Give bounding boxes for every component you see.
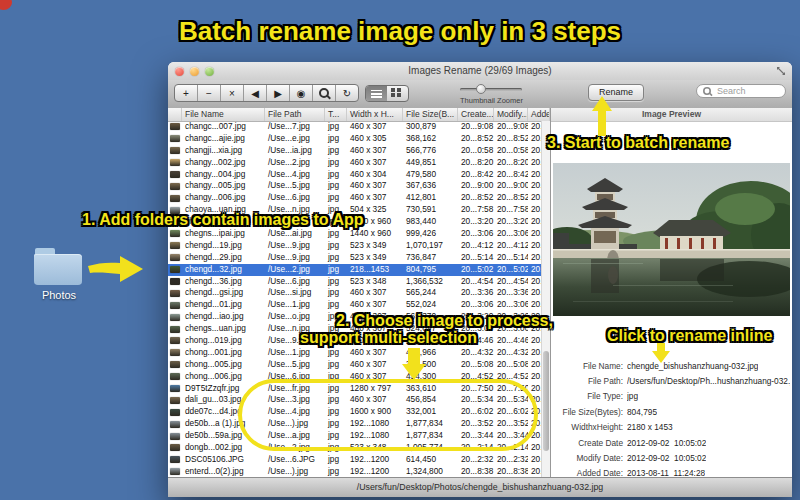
search-field[interactable]	[696, 84, 786, 98]
cell-name: chengd...29.jpg	[182, 252, 265, 264]
detail-value[interactable]: chengde_bishushanzhuang-032.jpg	[627, 361, 758, 371]
cell-type: jpg	[325, 359, 347, 371]
grid-view-button[interactable]	[387, 86, 408, 101]
add-button[interactable]: +	[175, 85, 198, 101]
cell-path: /Use...5.jpg	[265, 359, 325, 371]
detail-row: Create Date2012-09-02 10:05:02	[551, 435, 790, 450]
file-thumbnail-icon	[170, 230, 180, 237]
table-scrollbar[interactable]	[541, 121, 550, 478]
table-row[interactable]: changc...ajie.jpg/Use...e.jpgjpg460 x 30…	[168, 133, 550, 145]
column-header[interactable]: Create...	[458, 108, 494, 121]
cell-dim: 1440 x 960	[347, 228, 403, 240]
table-row[interactable]: chengd...01.jpg/Use...1.jpgjpg460 x 3075…	[168, 299, 550, 311]
search-button[interactable]	[313, 85, 336, 101]
cell-modified: 20...4:46	[494, 335, 528, 347]
table-row[interactable]: chengd...gsi.jpg/Use...si.jpgjpg460 x 30…	[168, 287, 550, 299]
search-input[interactable]	[715, 85, 783, 97]
table-row[interactable]: chegns...ipai.jpg/Use...ai.jpgjpg1440 x …	[168, 228, 550, 240]
cell-size: 479,580	[403, 169, 458, 181]
table-row[interactable]: chengd...36.jpg/Use...6.jpgjpg523 x 3481…	[168, 276, 550, 288]
detail-value[interactable]: 2012-09-02 10:05:02	[627, 453, 706, 463]
cell-size: 1,070,197	[403, 240, 458, 252]
view-mode-toggle	[365, 85, 409, 102]
cell-name: chengd...36.jpg	[182, 276, 265, 288]
detail-value[interactable]: 2012-09-02 10:05:02	[627, 438, 706, 448]
cell-path: /Use...6.jpg	[265, 276, 325, 288]
table-row[interactable]: chengd...32.jpg/Use...2.jpgjpg218...1453…	[168, 264, 550, 276]
preview-header: Image Preview	[551, 108, 792, 122]
file-thumbnail-icon	[170, 254, 180, 261]
cell-type: jpg	[325, 252, 347, 264]
cell-dim: 460 x 307	[347, 299, 403, 311]
file-thumbnail-icon	[170, 468, 180, 475]
file-thumbnail-icon	[170, 195, 180, 202]
table-row[interactable]: chong...001.jpg/Use...1.jpgjpg460 x 3074…	[168, 347, 550, 359]
previous-button[interactable]: ◀	[244, 85, 267, 101]
table-row[interactable]: changc...007.jpg/Use...7.jpgjpg460 x 307…	[168, 121, 550, 133]
table-row[interactable]: changy...004.jpg/Use...4.jpgjpg460 x 304…	[168, 169, 550, 181]
cell-modified: 20...9:08	[494, 121, 528, 133]
table-header[interactable]: File NameFile PathT...Width x H...File S…	[168, 108, 550, 122]
refresh-button[interactable]: ↻	[336, 85, 358, 101]
cell-modified: 20...8:42	[494, 169, 528, 181]
detail-value[interactable]: 2180 x 1453	[627, 422, 673, 432]
detail-value[interactable]: /Users/fun/Desktop/Ph...hushanzhuang-032…	[627, 376, 790, 386]
detail-value[interactable]: 804,795	[627, 407, 657, 417]
cell-modified: 20...8:52	[494, 133, 528, 145]
cell-created: 20...5:02	[458, 264, 494, 276]
cell-created: 20...5:14	[458, 252, 494, 264]
table-row[interactable]: changy...002.jpg/Use...2.jpgjpg460 x 307…	[168, 157, 550, 169]
next-button[interactable]: ▶	[267, 85, 290, 101]
cell-size: 736,847	[403, 252, 458, 264]
fullscreen-icon[interactable]	[776, 66, 786, 76]
column-header[interactable]: File Size(B...	[403, 108, 458, 121]
table-row[interactable]: changy...005.jpg/Use...5.jpgjpg460 x 307…	[168, 180, 550, 192]
column-header[interactable]: Added...	[528, 108, 550, 121]
file-thumbnail-icon	[170, 361, 180, 368]
cell-type: jpg	[325, 192, 347, 204]
cell-path: /Use...6.jpg	[265, 192, 325, 204]
column-header[interactable]: T...	[325, 108, 347, 121]
list-view-button[interactable]	[366, 86, 387, 101]
cell-created: 20...4:32	[458, 347, 494, 359]
title-bar[interactable]: Images Rename (29/69 Images)	[168, 62, 792, 81]
column-header[interactable]	[168, 108, 182, 121]
table-row[interactable]: enterd...0(2).jpg/Use...).jpgjpg192...12…	[168, 466, 550, 478]
cell-path: /Use...1.jpg	[265, 299, 325, 311]
detail-row: File Type:jpg	[551, 389, 790, 404]
cell-dim: 218...1453	[347, 264, 403, 276]
file-thumbnail-icon	[170, 409, 180, 416]
scrollbar-thumb[interactable]	[543, 351, 549, 451]
column-header[interactable]: Width x H...	[347, 108, 403, 121]
file-thumbnail-icon	[170, 183, 180, 190]
table-row[interactable]: chong...005.jpg/Use...5.jpgjpg460 x 3073…	[168, 359, 550, 371]
file-thumbnail-icon	[170, 337, 180, 344]
cell-name: chong...019.jpg	[182, 335, 265, 347]
cell-name: enterd...0(2).jpg	[182, 466, 265, 478]
table-row[interactable]: chengd...19.jpg/Use...9.jpgjpg523 x 3491…	[168, 240, 550, 252]
cell-path: /Use...2.jpg	[265, 157, 325, 169]
cell-created: 20...5:08	[458, 359, 494, 371]
cell-dim: 460 x 307	[347, 359, 403, 371]
cell-path: /Use...o.jpg	[265, 311, 325, 323]
cell-type: jpg	[325, 287, 347, 299]
delete-button[interactable]: ×	[221, 85, 244, 101]
table-row[interactable]: changji...xia.jpg/Use...ia.jpgjpg460 x 3…	[168, 145, 550, 157]
cell-type: jpg	[325, 180, 347, 192]
thumbnail-zoomer-slider[interactable]	[460, 88, 522, 91]
table-row[interactable]: chengd...29.jpg/Use...9.jpgjpg523 x 3497…	[168, 252, 550, 264]
cell-name: chengs...uan.jpg	[182, 323, 265, 335]
slider-knob[interactable]	[476, 84, 486, 94]
cell-type: jpg	[325, 169, 347, 181]
table-row[interactable]: DSC05106.JPG/Use...6.JPGjpg192...1200614…	[168, 454, 550, 466]
column-header[interactable]: File Name	[182, 108, 265, 121]
quick-look-button[interactable]: ◉	[290, 85, 313, 101]
column-header[interactable]: File Path	[265, 108, 325, 121]
photos-folder[interactable]: Photos	[34, 248, 84, 301]
cell-created: 20...8:52	[458, 133, 494, 145]
detail-value[interactable]: jpg	[627, 391, 638, 401]
remove-button[interactable]: −	[198, 85, 221, 101]
table-row[interactable]: changy...006.jpg/Use...6.jpgjpg460 x 307…	[168, 192, 550, 204]
column-header[interactable]: Modify...	[494, 108, 528, 121]
status-bar: /Users/fun/Desktop/Photos/chengde_bishus…	[168, 477, 792, 497]
